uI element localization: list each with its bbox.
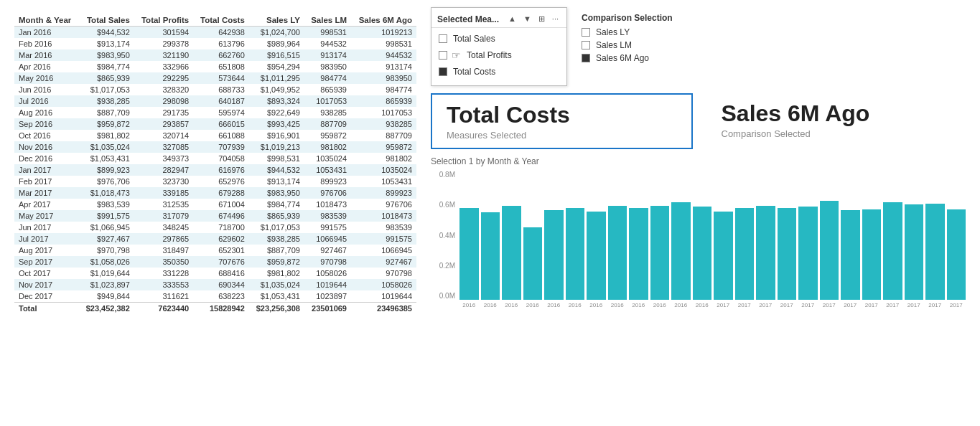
chart-bar	[671, 202, 691, 300]
table-cell: 970798	[351, 268, 416, 279]
table-cell: $949,844	[79, 290, 134, 303]
table-cell: 333553	[134, 279, 193, 290]
table-cell: 318497	[134, 245, 193, 256]
comparison-checkbox[interactable]	[582, 41, 590, 49]
dropdown-icons[interactable]: ▲ ▼ ⊞ ···	[506, 14, 561, 24]
table-cell: May 2017	[14, 210, 79, 222]
table-cell: $983,950	[249, 187, 304, 199]
table-cell: 998531	[351, 38, 416, 49]
table-total-cell: 23496385	[351, 303, 416, 315]
table-cell: 970798	[304, 256, 351, 268]
table-cell: $916,901	[249, 130, 304, 141]
table-cell: $1,018,473	[79, 187, 134, 199]
grid-icon[interactable]: ⊞	[536, 14, 547, 24]
table-cell: 991575	[351, 233, 416, 245]
dropdown-item-checkbox[interactable]	[439, 67, 447, 76]
kpi-card-selected[interactable]: Total Costs Measures Selected	[431, 93, 693, 149]
table-total-cell: 15828942	[193, 303, 249, 315]
table-row: Oct 2017$1,019,644331228688416$981,80210…	[14, 268, 416, 279]
table-cell: $959,872	[249, 256, 304, 268]
table-cell: 662760	[193, 49, 249, 61]
table-cell: Oct 2017	[14, 268, 79, 279]
x-axis-label: 2016	[566, 302, 585, 308]
table-row: Dec 2017$949,844311621638223$1,053,43110…	[14, 290, 416, 303]
x-axis-label: 2016	[481, 302, 500, 308]
x-axis-label: 2017	[778, 302, 797, 308]
table-cell: $1,017,053	[249, 222, 304, 233]
dropdown-item[interactable]: Total Costs	[431, 64, 566, 80]
table-cell: $887,709	[249, 245, 304, 256]
table-cell: Jun 2016	[14, 84, 79, 95]
comparison-item-label: Sales 6M Ago	[596, 53, 649, 63]
table-cell: $944,532	[79, 27, 134, 39]
table-cell: $1,035,024	[249, 279, 304, 290]
chart-bar	[947, 209, 966, 300]
table-cell: 984774	[304, 72, 351, 84]
table-row: Jun 2016$1,017,053328320688733$1,049,952…	[14, 84, 416, 95]
dropdown-item-label: Total Costs	[453, 67, 495, 77]
table-row: Mar 2017$1,018,473339185679288$983,95097…	[14, 187, 416, 199]
table-row: May 2016$865,939292295573644$1,011,29598…	[14, 72, 416, 84]
table-row: Jul 2016$938,285298098640187$893,3241017…	[14, 95, 416, 107]
table-cell: 323730	[134, 176, 193, 187]
table-cell: $913,174	[249, 176, 304, 187]
x-axis-label: 2017	[925, 302, 945, 308]
chart-title: Selection 1 by Month & Year	[431, 156, 966, 166]
y-axis-label: 0.0M	[439, 292, 455, 300]
sort-asc-icon[interactable]: ▲	[506, 14, 518, 24]
table-cell: 707676	[193, 256, 249, 268]
kpi-card-comparison[interactable]: Sales 6M Ago Comparison Selected	[707, 93, 966, 146]
x-axis: 2016201620162016201620162016201620162016…	[431, 302, 966, 308]
table-cell: $927,467	[79, 233, 134, 245]
x-axis-label: 2016	[502, 302, 521, 308]
comparison-item[interactable]: Sales LY	[582, 27, 673, 37]
chart-bar	[481, 212, 500, 300]
dropdown-item-checkbox[interactable]	[439, 51, 447, 60]
table-cell: $893,324	[249, 95, 304, 107]
table-cell: 1053431	[304, 164, 351, 176]
comparison-item-label: Sales LM	[596, 40, 632, 50]
dropdown-item-label: Total Sales	[453, 34, 495, 44]
table-cell: $922,649	[249, 107, 304, 118]
comparison-item[interactable]: Sales LM	[582, 40, 673, 50]
table-cell: $981,802	[79, 130, 134, 141]
table-cell: 1018473	[304, 199, 351, 210]
comparison-checkbox[interactable]	[582, 28, 590, 37]
comparison-checkbox[interactable]	[582, 54, 590, 62]
table-cell: $998,531	[249, 153, 304, 164]
table-cell: $865,939	[79, 72, 134, 84]
table-row: Feb 2017$976,706323730652976$913,1748999…	[14, 176, 416, 187]
table-row: Jan 2017$899,923282947616976$944,5321053…	[14, 164, 416, 176]
table-cell: 704058	[193, 153, 249, 164]
table-cell: 983950	[304, 61, 351, 72]
chart-bar	[841, 210, 860, 300]
x-axis-label: 2016	[693, 302, 712, 308]
table-cell: $887,709	[79, 107, 134, 118]
table-header-cell: Sales 6M Ago	[351, 14, 416, 27]
table-cell: 1053431	[351, 176, 416, 187]
sort-desc-icon[interactable]: ▼	[521, 14, 533, 24]
comparison-item[interactable]: Sales 6M Ago	[582, 53, 673, 63]
table-cell: 688416	[193, 268, 249, 279]
table-cell: Dec 2017	[14, 290, 79, 303]
dropdown-item-checkbox[interactable]	[439, 34, 447, 43]
chart-bar	[523, 227, 543, 300]
measure-dropdown[interactable]: Selected Mea... ▲ ▼ ⊞ ··· Total Sales☞To…	[431, 7, 567, 86]
table-cell: 297865	[134, 233, 193, 245]
more-options-icon[interactable]: ···	[550, 14, 561, 24]
comparison-selection-panel: Comparison Selection Sales LYSales LMSal…	[582, 7, 673, 72]
table-row: Aug 2017$970,798318497652301$887,7099274…	[14, 245, 416, 256]
table-total-cell: $23,452,382	[79, 303, 134, 315]
y-axis-label: 0.8M	[439, 171, 455, 179]
table-cell: 679288	[193, 187, 249, 199]
table-row: Mar 2016$983,950321190662760$916,5159131…	[14, 49, 416, 61]
dropdown-item[interactable]: ☞Total Profits	[431, 47, 566, 64]
table-total-row: Total$23,452,382762344015828942$23,256,3…	[14, 303, 416, 315]
dropdown-item[interactable]: Total Sales	[431, 31, 566, 47]
table-cell: 981802	[351, 153, 416, 164]
table-cell: 616976	[193, 164, 249, 176]
table-cell: Feb 2016	[14, 38, 79, 49]
table-cell: $865,939	[249, 210, 304, 222]
table-cell: Mar 2017	[14, 187, 79, 199]
table-cell: Oct 2016	[14, 130, 79, 141]
